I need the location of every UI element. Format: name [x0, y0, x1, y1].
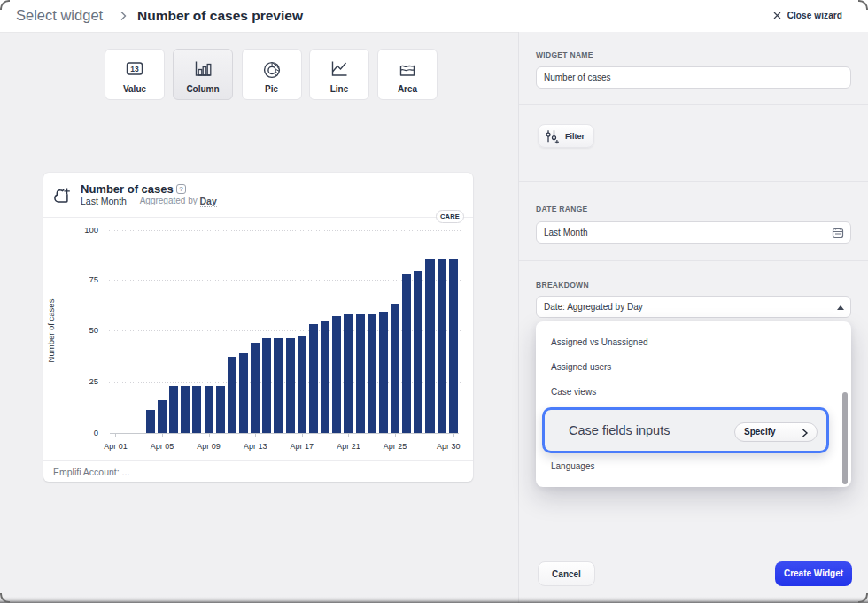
svg-text:13: 13: [130, 65, 139, 73]
